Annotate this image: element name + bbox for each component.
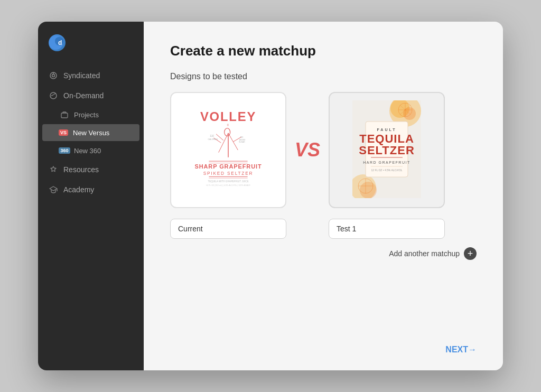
360-badge-icon: 360 bbox=[60, 146, 69, 155]
sidebar-item-resources[interactable]: Resources bbox=[38, 160, 144, 179]
add-matchup-button[interactable]: Add another matchup + bbox=[389, 247, 477, 260]
svg-text:SELTZER: SELTZER bbox=[359, 144, 415, 157]
label-row bbox=[170, 219, 477, 239]
syndicated-label: Syndicated bbox=[63, 71, 100, 80]
sidebar-item-syndicated[interactable]: Syndicated bbox=[38, 66, 144, 85]
sidebar-item-new-360[interactable]: 360 New 360 bbox=[38, 142, 144, 159]
academy-label: Academy bbox=[63, 185, 94, 194]
resources-label: Resources bbox=[63, 165, 99, 174]
logo: d bbox=[38, 34, 144, 66]
vs-separator: VS bbox=[286, 139, 329, 161]
svg-text:VOLLEY: VOLLEY bbox=[200, 109, 256, 124]
tequila-product-image: FAULT TEQUILA SELTZER HARD GRAPEFRUIT 12… bbox=[352, 100, 421, 200]
sidebar-item-projects[interactable]: Projects bbox=[38, 106, 144, 123]
vs-text: VS bbox=[295, 139, 320, 161]
designs-row: VOLLEY ® 110 CALORIES NO ADDED SUGAR SHA… bbox=[170, 92, 477, 208]
syndicated-icon bbox=[49, 71, 58, 80]
sidebar-item-on-demand[interactable]: On-Demand bbox=[38, 86, 144, 105]
svg-point-4 bbox=[52, 74, 55, 77]
sidebar-nav: Syndicated On-Demand bbox=[38, 66, 144, 199]
volley-product-image: VOLLEY ® 110 CALORIES NO ADDED SUGAR SHA… bbox=[191, 100, 265, 200]
academy-icon bbox=[49, 185, 58, 194]
add-matchup-row: Add another matchup + bbox=[170, 247, 477, 260]
svg-text:SUGAR: SUGAR bbox=[239, 141, 245, 143]
svg-text:d: d bbox=[58, 39, 62, 46]
versus-badge-icon: VS bbox=[59, 128, 68, 137]
next-button[interactable]: NEXT→ bbox=[445, 345, 477, 354]
next-label: NEXT→ bbox=[445, 345, 477, 354]
svg-text:SPIKED SELTZER: SPIKED SELTZER bbox=[203, 171, 254, 176]
current-label-input[interactable] bbox=[170, 219, 286, 239]
add-matchup-label: Add another matchup bbox=[389, 249, 460, 258]
main-content: Create a new matchup Designs to be teste… bbox=[144, 22, 503, 370]
sidebar-item-new-versus[interactable]: VS New Versus bbox=[42, 124, 139, 141]
new-360-label: New 360 bbox=[74, 147, 101, 155]
new-versus-label: New Versus bbox=[73, 129, 109, 137]
svg-rect-9 bbox=[61, 113, 68, 118]
on-demand-label: On-Demand bbox=[63, 91, 104, 100]
svg-text:CALORIES: CALORIES bbox=[208, 138, 218, 141]
projects-label: Projects bbox=[74, 111, 99, 119]
svg-text:®: ® bbox=[227, 124, 229, 127]
svg-text:12 FL OZ • 4.5% ALC/VOL: 12 FL OZ • 4.5% ALC/VOL bbox=[371, 169, 402, 172]
add-icon: + bbox=[464, 247, 477, 260]
logo-icon: d bbox=[49, 34, 66, 51]
design-card-current[interactable]: VOLLEY ® 110 CALORIES NO ADDED SUGAR SHA… bbox=[170, 92, 286, 208]
resources-icon bbox=[49, 165, 58, 174]
section-label: Designs to be tested bbox=[170, 72, 477, 81]
design-card-test1[interactable]: FAULT TEQUILA SELTZER HARD GRAPEFRUIT 12… bbox=[329, 92, 445, 208]
test1-label-input[interactable] bbox=[329, 219, 445, 239]
svg-text:HARD GRAPEFRUIT: HARD GRAPEFRUIT bbox=[363, 161, 410, 164]
on-demand-icon bbox=[49, 91, 58, 100]
projects-icon bbox=[60, 110, 69, 119]
app-container: d Syndicated bbox=[38, 22, 503, 370]
svg-text:TEQUILA WITH GRAPEFRUIT JUICE: TEQUILA WITH GRAPEFRUIT JUICE bbox=[208, 180, 248, 183]
svg-point-6 bbox=[50, 92, 57, 99]
svg-text:FAULT: FAULT bbox=[377, 128, 396, 132]
sidebar-item-academy[interactable]: Academy bbox=[38, 180, 144, 199]
sidebar: d Syndicated bbox=[38, 22, 144, 370]
svg-text:12 FL OZ (355 mL) | 4.0% ALC/V: 12 FL OZ (355 mL) | 4.0% ALC/VOL | 100% … bbox=[206, 184, 250, 186]
svg-text:NO: NO bbox=[240, 136, 244, 138]
svg-text:SHARP GRAPEFRUIT: SHARP GRAPEFRUIT bbox=[194, 163, 262, 170]
next-row: NEXT→ bbox=[445, 345, 477, 354]
svg-marker-10 bbox=[50, 186, 57, 191]
svg-text:110: 110 bbox=[210, 135, 214, 137]
svg-text:ADDED: ADDED bbox=[239, 139, 246, 141]
svg-line-8 bbox=[52, 94, 55, 96]
page-title: Create a new matchup bbox=[170, 43, 477, 59]
svg-point-40 bbox=[360, 182, 377, 198]
